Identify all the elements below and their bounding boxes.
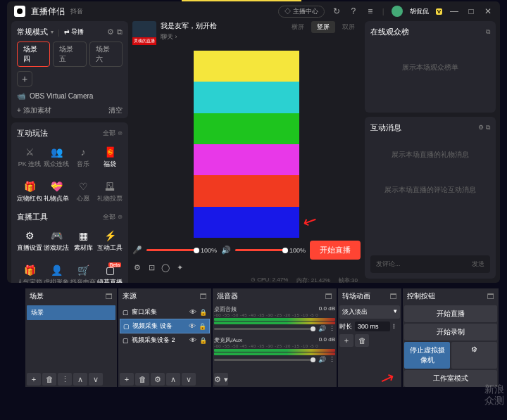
transition-select[interactable]: 淡入淡出▾: [339, 305, 400, 319]
grid-item[interactable]: 🧧福袋: [97, 143, 123, 172]
interactive-more-link[interactable]: 全部 ⊙: [103, 129, 123, 138]
volume-slider[interactable]: [235, 249, 285, 251]
mic-slider[interactable]: [146, 249, 196, 251]
start-stream-button[interactable]: 开始直播: [310, 241, 361, 260]
grid-item[interactable]: ⚡互动工具: [97, 227, 123, 255]
obs-studio-mode-btn[interactable]: 工作室模式: [404, 370, 497, 387]
orient-landscape[interactable]: 横屏: [286, 21, 310, 33]
scene-tab-5[interactable]: 场景五: [53, 42, 86, 67]
src-up-btn[interactable]: ∧: [166, 373, 180, 386]
grid-item[interactable]: ♪音乐: [70, 143, 96, 172]
obs-start-record-btn[interactable]: 开始录制: [404, 324, 497, 341]
guide-nav-icon[interactable]: ⇄ 导播: [64, 27, 84, 37]
track-settings-icon[interactable]: ⋮: [329, 356, 335, 363]
dock-icon[interactable]: 🗖: [106, 293, 113, 300]
grid-item[interactable]: ♡心愿: [70, 177, 96, 206]
source-item[interactable]: ▢视频采集 设备👁🔒: [120, 319, 210, 333]
lock-icon[interactable]: 🔒: [199, 337, 207, 344]
orient-portrait[interactable]: 竖屏: [311, 21, 335, 33]
clear-button[interactable]: 清空: [108, 106, 123, 115]
settings-icon[interactable]: ⚙: [132, 262, 142, 272]
mute-icon[interactable]: 🔊: [318, 325, 326, 332]
stream-preview[interactable]: [194, 51, 299, 238]
del-src-btn[interactable]: 🗑: [135, 373, 149, 386]
mixer-slider[interactable]: [214, 328, 315, 330]
src-props-btn[interactable]: ⚙: [151, 373, 165, 386]
mute-icon[interactable]: 🔊: [318, 356, 326, 363]
visibility-icon[interactable]: 👁: [189, 308, 196, 316]
grid-item[interactable]: 💝礼物点单: [44, 177, 69, 206]
dock-icon[interactable]: 🗖: [325, 293, 332, 300]
maximize-icon[interactable]: □: [466, 6, 476, 16]
src-down-btn[interactable]: ∨: [182, 373, 196, 386]
scene-up-btn[interactable]: ∧: [73, 373, 87, 386]
del-scene-btn[interactable]: 🗑: [42, 373, 56, 386]
obs-scene-item[interactable]: 场景: [27, 305, 115, 320]
stream-title[interactable]: 我是友军，别开枪: [161, 21, 282, 31]
add-scene-button[interactable]: +: [17, 71, 32, 87]
grid-item[interactable]: 🛒抖音电商: [70, 261, 96, 283]
add-source-button[interactable]: + 添加素材: [17, 106, 51, 115]
visibility-icon[interactable]: 👁: [189, 322, 196, 330]
source-item[interactable]: ▢视频采集设备 2👁🔒: [120, 333, 210, 347]
close-icon[interactable]: ✕: [483, 6, 493, 16]
audience-popout-icon[interactable]: ⧉: [486, 28, 490, 36]
grid-item[interactable]: ▦素材库: [70, 227, 96, 255]
scene-tab-6[interactable]: 场景六: [89, 42, 123, 67]
grid-item[interactable]: ⚔PK 连线: [17, 143, 42, 172]
panel-settings-icon[interactable]: ⚙: [107, 27, 114, 37]
refresh-icon[interactable]: ↻: [332, 6, 342, 16]
transition-duration-input[interactable]: 300 ms: [355, 322, 390, 331]
obs-virtualcam-settings-btn[interactable]: ⚙: [451, 342, 497, 369]
obs-stop-virtualcam-btn[interactable]: 停止虚拟摄像机: [404, 342, 450, 369]
minimize-icon[interactable]: —: [449, 6, 459, 16]
messages-settings-icon[interactable]: ⚙: [478, 124, 484, 131]
scene-tab-4[interactable]: 场景四: [17, 42, 50, 67]
grid-item[interactable]: 👤虚拟形象: [44, 261, 69, 283]
mixer-settings-btn[interactable]: ⚙ ▾: [214, 373, 228, 386]
menu-icon[interactable]: ≡: [365, 6, 375, 16]
grid-item[interactable]: ⚙直播设置: [17, 227, 42, 255]
avatar[interactable]: [392, 6, 403, 17]
host-center-pill[interactable]: ◇ 主播中心: [278, 6, 325, 18]
add-src-btn[interactable]: +: [120, 373, 134, 386]
grid-item[interactable]: 🗳礼物投票: [97, 177, 123, 206]
dock-icon[interactable]: 🗖: [200, 293, 207, 300]
scene-mode-dropdown[interactable]: 常规模式: [17, 27, 48, 37]
messages-title: 互动消息: [370, 122, 401, 133]
popout-icon[interactable]: ⧉: [117, 27, 123, 37]
grid-item[interactable]: 🎁定物红包: [17, 177, 42, 206]
del-trans-btn[interactable]: 🗑: [355, 334, 369, 347]
record-icon[interactable]: ◯: [161, 262, 170, 272]
orient-dual[interactable]: 双屏: [337, 21, 361, 33]
effects-icon[interactable]: ✦: [175, 262, 184, 272]
scene-down-btn[interactable]: ∨: [89, 373, 103, 386]
stream-thumbnail[interactable]: 灵魂的直播: [132, 21, 156, 45]
scene-menu-btn[interactable]: ⋮: [58, 373, 72, 386]
visibility-icon[interactable]: 👁: [189, 336, 196, 344]
grid-item[interactable]: Beta▢绿幕直播: [97, 261, 123, 283]
grid-item[interactable]: 🎮游戏玩法: [44, 227, 69, 255]
tools-more-link[interactable]: 全部 ⊙: [103, 212, 123, 222]
stream-category[interactable]: 聊天 ›: [161, 32, 282, 42]
grid-item[interactable]: 👥观众连线: [44, 143, 69, 172]
add-trans-btn[interactable]: +: [339, 334, 353, 347]
screenshot-icon[interactable]: ⊡: [146, 262, 156, 272]
dock-icon[interactable]: 🗖: [390, 293, 397, 300]
speaker-icon[interactable]: 🔊: [221, 246, 231, 255]
add-scene-btn[interactable]: +: [27, 373, 41, 386]
lock-icon[interactable]: 🔒: [199, 323, 206, 330]
help-icon[interactable]: ?: [349, 6, 358, 16]
mic-icon[interactable]: 🎤: [132, 246, 142, 255]
messages-popout-icon[interactable]: ⧉: [486, 124, 490, 131]
track-settings-icon[interactable]: ⋮: [329, 325, 335, 332]
message-input[interactable]: 发评论... 发送: [370, 255, 490, 273]
camera-source-row[interactable]: 📹 OBS Virtual Camera: [17, 92, 123, 100]
obs-start-stream-btn[interactable]: 开始直播: [404, 305, 497, 322]
dock-icon[interactable]: 🗖: [487, 293, 494, 300]
mixer-slider[interactable]: [214, 359, 315, 361]
source-item[interactable]: ▢窗口采集👁🔒: [120, 305, 210, 319]
lock-icon[interactable]: 🔒: [199, 309, 207, 316]
grid-item[interactable]: 🎁人气宝箱: [17, 261, 42, 283]
send-button[interactable]: 发送: [472, 260, 484, 269]
